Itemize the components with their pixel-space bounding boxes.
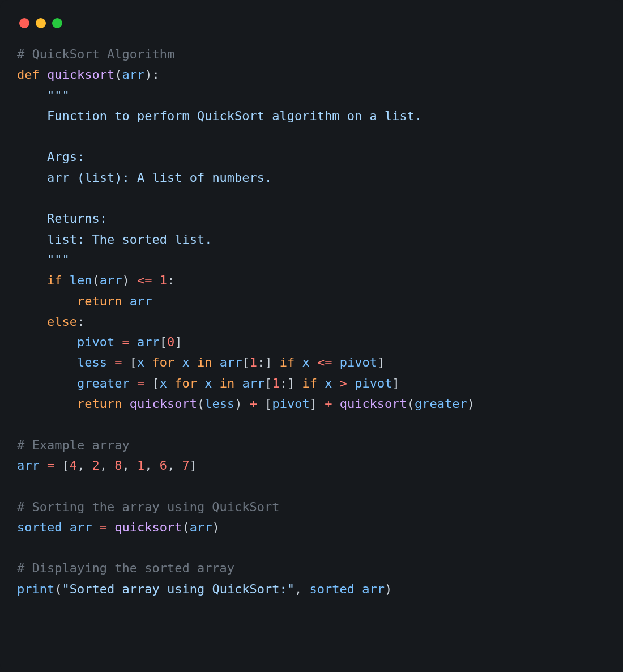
ident: x xyxy=(137,355,144,369)
ident: x xyxy=(325,376,332,390)
docstring-line: arr (list): A list of numbers. xyxy=(47,171,272,185)
docstring-line: list: The sorted list. xyxy=(47,232,212,246)
number-literal: 7 xyxy=(182,458,190,473)
ident: arr xyxy=(220,355,242,369)
keyword-if: if xyxy=(280,355,295,369)
ident: greater xyxy=(415,397,467,411)
number-literal: 4 xyxy=(70,458,77,473)
number-literal: 2 xyxy=(92,458,100,473)
comment-line: # Example array xyxy=(17,438,130,452)
keyword-def: def xyxy=(17,67,40,82)
func-call: quicksort xyxy=(114,520,182,534)
ident-less: less xyxy=(77,355,107,369)
keyword-in: in xyxy=(197,355,212,369)
docstring-line: Returns: xyxy=(47,211,107,226)
ident: pivot xyxy=(355,376,392,390)
docstring-close: """ xyxy=(47,253,70,267)
number-literal: 1 xyxy=(272,376,279,390)
comment-line: # Displaying the sorted array xyxy=(17,561,234,575)
builtin-print: print xyxy=(17,582,54,596)
close-icon[interactable] xyxy=(19,18,29,28)
docstring-open: """ xyxy=(47,88,70,103)
keyword-return: return xyxy=(77,294,122,308)
ident: x xyxy=(302,355,309,369)
minimize-icon[interactable] xyxy=(36,18,46,28)
ident: arr xyxy=(100,273,122,287)
number-literal: 8 xyxy=(114,458,122,473)
ident-sorted: sorted_arr xyxy=(17,520,92,534)
ident: x xyxy=(204,376,212,390)
ident: pivot xyxy=(340,355,377,369)
ident: less xyxy=(204,397,234,411)
code-window: # QuickSort Algorithm def quicksort(arr)… xyxy=(0,0,623,672)
ident: sorted_arr xyxy=(310,582,385,596)
number-literal: 0 xyxy=(167,335,174,349)
ident: arr xyxy=(137,335,160,349)
ident: arr xyxy=(190,520,212,534)
keyword-for: for xyxy=(174,376,197,390)
number-literal: 1 xyxy=(250,355,257,369)
keyword-for: for xyxy=(152,355,174,369)
number-literal: 1 xyxy=(160,273,167,287)
param-arr: arr xyxy=(122,67,144,82)
keyword-if: if xyxy=(302,376,317,390)
keyword-if: if xyxy=(47,273,62,287)
docstring-line: Function to perform QuickSort algorithm … xyxy=(47,109,422,123)
maximize-icon[interactable] xyxy=(52,18,62,28)
func-call: quicksort xyxy=(340,397,407,411)
code-block[interactable]: # QuickSort Algorithm def quicksort(arr)… xyxy=(17,44,606,599)
keyword-in: in xyxy=(220,376,235,390)
func-call: quicksort xyxy=(130,397,197,411)
builtin-len: len xyxy=(70,273,92,287)
docstring-line: Args: xyxy=(47,150,84,164)
comment-line: # Sorting the array using QuickSort xyxy=(17,500,280,514)
keyword-return: return xyxy=(77,397,122,411)
ident: arr xyxy=(130,294,152,308)
ident: arr xyxy=(242,376,264,390)
ident: x xyxy=(160,376,167,390)
number-literal: 6 xyxy=(160,458,167,473)
keyword-else: else xyxy=(47,314,77,329)
ident: arr xyxy=(17,458,40,473)
string-literal: "Sorted array using QuickSort:" xyxy=(62,582,295,596)
ident: pivot xyxy=(272,397,309,411)
ident: x xyxy=(182,355,189,369)
ident-pivot: pivot xyxy=(77,335,114,349)
number-literal: 1 xyxy=(137,458,144,473)
comment-line: # QuickSort Algorithm xyxy=(17,47,174,61)
window-titlebar xyxy=(17,15,606,44)
ident-greater: greater xyxy=(77,376,130,390)
func-name: quicksort xyxy=(47,67,114,82)
